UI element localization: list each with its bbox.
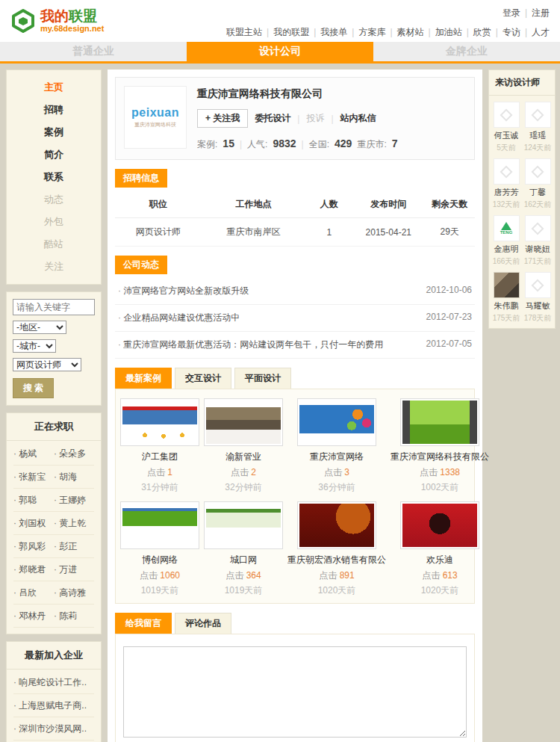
- nav-item-gallery[interactable]: 欣赏: [473, 27, 491, 37]
- nav-item-main[interactable]: 联盟主站: [226, 27, 262, 37]
- tab-interaction-design[interactable]: 交互设计: [175, 368, 231, 389]
- region-select[interactable]: -地区-: [13, 321, 66, 334]
- visitor-avatar[interactable]: [494, 102, 520, 128]
- nav-item-interview[interactable]: 专访: [503, 27, 520, 37]
- case-name[interactable]: 沪工集团: [120, 451, 199, 463]
- job-row[interactable]: 网页设计师 重庆市南岸区 1 2015-04-21 29天: [115, 218, 475, 247]
- seeker-link[interactable]: 张新宝: [13, 466, 54, 489]
- case-name[interactable]: 渝新管业: [204, 451, 283, 463]
- company-link[interactable]: 深圳市沙漠风网..: [13, 717, 94, 741]
- visitor-name[interactable]: 瑶瑶: [523, 130, 553, 141]
- seeker-link[interactable]: 朵朵多: [54, 442, 94, 466]
- nav-item-plans[interactable]: 方案库: [358, 27, 385, 37]
- visitor-avatar[interactable]: [525, 158, 551, 185]
- news-link[interactable]: 重庆沛宣网络最新优惠活动：网站建设两年包干，只付一年的费用: [118, 338, 383, 351]
- complain-link[interactable]: 投诉: [306, 112, 324, 125]
- seeker-link[interactable]: 高诗雅: [54, 581, 94, 605]
- site-logo[interactable]: 我的联盟 my.68design.net: [10, 8, 104, 34]
- visitor-name[interactable]: 何玉诚: [491, 130, 521, 141]
- seeker-link[interactable]: 万进: [54, 558, 94, 581]
- tab-graphic-design[interactable]: 平面设计: [234, 368, 291, 389]
- search-button[interactable]: 搜 索: [13, 378, 54, 398]
- case-thumbnail[interactable]: [297, 398, 376, 446]
- visitor-avatar[interactable]: [494, 158, 520, 185]
- menu-item-coolsite[interactable]: 酷站: [7, 233, 101, 256]
- visitor-name[interactable]: 谢晓妞: [523, 244, 553, 255]
- seeker-link[interactable]: 郑晓君: [13, 558, 54, 581]
- case-item[interactable]: 重庆沛宣网络科技有限公 点击 1338 1002天前: [391, 398, 489, 494]
- seeker-link[interactable]: 彭正: [54, 535, 94, 558]
- city-select[interactable]: -城市-: [13, 339, 56, 353]
- tab-leave-message[interactable]: 给我留言: [115, 613, 172, 634]
- nav-item-materials[interactable]: 素材站: [397, 27, 424, 37]
- menu-item-home[interactable]: 主页: [7, 76, 101, 99]
- menu-item-intro[interactable]: 简介: [7, 143, 101, 166]
- case-thumbnail[interactable]: [400, 501, 479, 549]
- case-thumbnail[interactable]: [120, 398, 199, 446]
- commission-design-link[interactable]: 委托设计: [255, 112, 290, 125]
- case-item[interactable]: 沪工集团 点击 1 31分钟前: [120, 398, 199, 494]
- visitor-avatar[interactable]: [525, 215, 551, 241]
- case-name[interactable]: 博创网络: [120, 554, 199, 566]
- visitor-name[interactable]: 金惠明: [491, 244, 521, 255]
- case-item[interactable]: 博创网络 点击 1060 1019天前: [120, 501, 199, 597]
- seeker-link[interactable]: 吕欣: [13, 581, 54, 605]
- seeker-link[interactable]: 杨斌: [13, 442, 54, 466]
- job-select[interactable]: 网页设计师: [13, 358, 81, 371]
- news-link[interactable]: 沛宣网络官方网站全新改版升级: [118, 285, 249, 297]
- seeker-link[interactable]: 王娜婷: [54, 489, 94, 512]
- menu-item-news[interactable]: 动态: [7, 188, 101, 211]
- news-link[interactable]: 企业精品网站建设优惠活动中: [118, 312, 240, 324]
- menu-item-follow[interactable]: 关注: [7, 256, 101, 278]
- seeker-link[interactable]: 邓林丹: [13, 605, 54, 628]
- nav-item-orders[interactable]: 我接单: [320, 27, 347, 37]
- login-link[interactable]: 登录: [503, 7, 520, 18]
- company-link[interactable]: 响尾蛇设计工作..: [13, 671, 94, 694]
- case-thumbnail[interactable]: [120, 501, 199, 549]
- visitor-avatar[interactable]: TENG: [494, 215, 520, 241]
- visitor-name[interactable]: 马耀敏: [523, 300, 553, 312]
- seeker-link[interactable]: 刘国权: [13, 512, 54, 535]
- visitor-avatar[interactable]: [525, 102, 551, 128]
- case-name[interactable]: 重庆沛宣网络: [287, 451, 386, 463]
- menu-item-contact[interactable]: 联系: [7, 166, 101, 188]
- seeker-link[interactable]: 黄上乾: [54, 512, 94, 535]
- case-item[interactable]: 重庆朝宏酒水销售有限公 点击 891 1020天前: [287, 501, 386, 597]
- tab-latest-cases[interactable]: 最新案例: [115, 368, 172, 389]
- menu-item-cases[interactable]: 案例: [7, 121, 101, 143]
- case-name[interactable]: 重庆沛宣网络科技有限公: [391, 451, 489, 463]
- visitor-name[interactable]: 朱伟鹏: [491, 300, 521, 312]
- message-textarea[interactable]: [123, 646, 467, 738]
- case-item[interactable]: 重庆沛宣网络 点击 3 36分钟前: [287, 398, 386, 494]
- case-item[interactable]: 渝新管业 点击 2 32分钟前: [204, 398, 283, 494]
- visitor-avatar-photo[interactable]: [494, 272, 520, 298]
- register-link[interactable]: 注册: [532, 7, 550, 18]
- seeker-link[interactable]: 郭风彩: [13, 535, 54, 558]
- private-message-link[interactable]: 站内私信: [340, 112, 376, 125]
- case-item[interactable]: 欢乐迪 点击 613 1020天前: [391, 501, 489, 597]
- case-item[interactable]: 城口网 点击 364 1019天前: [204, 501, 283, 597]
- case-name[interactable]: 欢乐迪: [391, 554, 489, 566]
- menu-item-jobs[interactable]: 招聘: [7, 99, 101, 121]
- seeker-link[interactable]: 陈莉: [54, 605, 94, 628]
- nav-item-myunion[interactable]: 我的联盟: [273, 27, 309, 37]
- visitor-avatar[interactable]: [525, 272, 551, 298]
- tab-normal-company[interactable]: 普通企业: [0, 42, 187, 61]
- follow-button[interactable]: + 关注我: [197, 109, 248, 128]
- seeker-link[interactable]: 胡海: [54, 466, 94, 489]
- menu-item-outsource[interactable]: 外包: [7, 211, 101, 233]
- case-name[interactable]: 城口网: [204, 554, 283, 566]
- case-thumbnail[interactable]: [204, 398, 283, 446]
- nav-item-fuel[interactable]: 加油站: [435, 27, 462, 37]
- tab-gold-company[interactable]: 金牌企业: [373, 42, 560, 61]
- visitor-name[interactable]: 唐芳芳: [491, 187, 521, 198]
- seeker-link[interactable]: 郭聪: [13, 489, 54, 512]
- job-position[interactable]: 网页设计师: [115, 218, 202, 247]
- search-input[interactable]: [13, 299, 95, 315]
- case-thumbnail[interactable]: [297, 501, 376, 549]
- company-link[interactable]: 上海恩赋电子商..: [13, 694, 94, 717]
- case-name[interactable]: 重庆朝宏酒水销售有限公: [287, 554, 386, 566]
- tab-design-company[interactable]: 设计公司: [187, 42, 373, 61]
- visitor-name[interactable]: 丁馨: [523, 187, 553, 198]
- case-thumbnail[interactable]: [204, 501, 283, 549]
